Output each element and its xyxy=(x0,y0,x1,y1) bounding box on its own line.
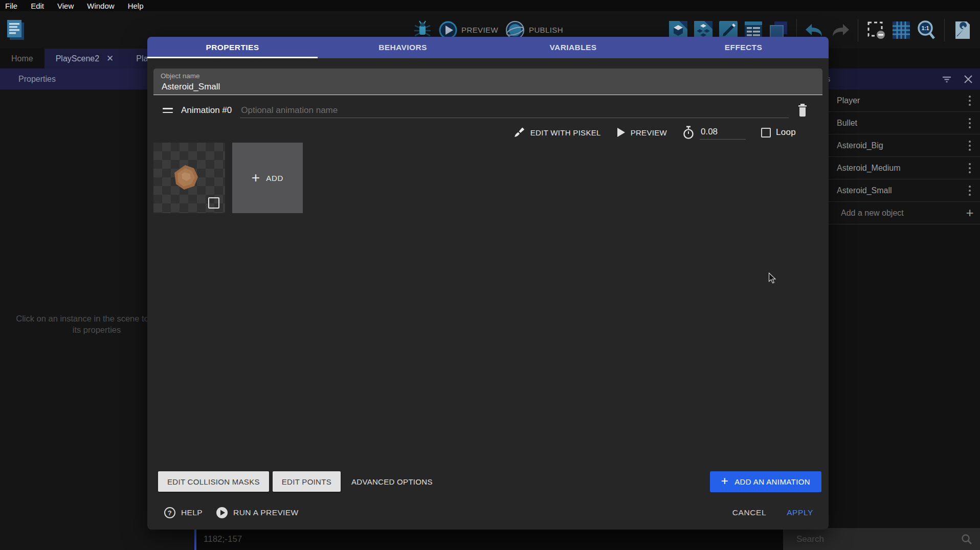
add-an-animation-button[interactable]: + ADD AN ANIMATION xyxy=(710,471,821,492)
menu-view[interactable]: View xyxy=(57,2,74,10)
menu-help[interactable]: Help xyxy=(128,2,144,10)
svg-text:?: ? xyxy=(168,509,172,517)
project-settings-icon[interactable] xyxy=(952,20,973,40)
preview-animation-label: PREVIEW xyxy=(631,128,667,137)
tab-effects[interactable]: EFFECTS xyxy=(658,37,829,58)
svg-text:1:1: 1:1 xyxy=(922,26,929,31)
animation-frames-row: + ADD xyxy=(153,143,303,213)
play-icon xyxy=(616,127,626,138)
edit-points-button[interactable]: EDIT POINTS xyxy=(273,471,341,492)
run-preview-label: RUN A PREVIEW xyxy=(233,508,299,517)
frame-thumbnail[interactable] xyxy=(153,143,225,213)
plus-icon: + xyxy=(721,475,728,487)
search-icon xyxy=(961,533,973,545)
help-icon: ? xyxy=(164,507,176,519)
menu-window[interactable]: Window xyxy=(87,2,114,10)
tab-behaviors[interactable]: BEHAVIORS xyxy=(318,37,488,58)
selection-mask-icon[interactable] xyxy=(866,20,886,40)
project-manager-button[interactable] xyxy=(5,11,27,49)
time-between-frames-input[interactable] xyxy=(700,126,746,140)
object-name-field: Object name xyxy=(153,68,822,95)
tab-playscene2[interactable]: PlayScene2 ✕ xyxy=(44,49,125,68)
tab-properties[interactable]: PROPERTIES xyxy=(147,37,318,58)
menu-file[interactable]: File xyxy=(5,2,17,10)
object-name-input[interactable] xyxy=(161,81,817,93)
object-menu-kebab-icon[interactable] xyxy=(964,95,976,107)
drag-handle-icon[interactable] xyxy=(163,108,173,113)
edit-collision-masks-button[interactable]: EDIT COLLISION MASKS xyxy=(158,471,269,492)
object-menu-kebab-icon[interactable] xyxy=(964,162,976,174)
object-menu-kebab-icon[interactable] xyxy=(964,140,976,152)
cancel-button[interactable]: CANCEL xyxy=(732,508,766,517)
cursor-coordinates: 1182;-157 xyxy=(204,534,242,544)
project-manager-icon xyxy=(5,18,27,42)
tab-variables[interactable]: VARIABLES xyxy=(488,37,658,58)
loop-checkbox[interactable] xyxy=(761,128,771,138)
dialog-footer: ? HELP RUN A PREVIEW CANCEL APPLY xyxy=(147,502,829,523)
dialog-tab-bar: PROPERTIES BEHAVIORS VARIABLES EFFECTS xyxy=(147,37,829,58)
add-frame-button[interactable]: + ADD xyxy=(232,143,303,213)
edit-with-piskel-button[interactable]: EDIT WITH PISKEL xyxy=(513,126,601,139)
object-name-label: Asteroid_Small xyxy=(837,186,964,195)
animation-title: Animation #0 xyxy=(181,105,232,116)
properties-panel-title: Properties xyxy=(18,75,56,84)
tab-close-icon[interactable]: ✕ xyxy=(106,54,114,63)
animation-tools-row: EDIT WITH PISKEL PREVIEW Loop xyxy=(147,123,829,142)
asteroid-sprite xyxy=(173,164,199,191)
run-preview-icon xyxy=(216,507,228,519)
edit-with-piskel-label: EDIT WITH PISKEL xyxy=(530,128,601,137)
filter-icon[interactable] xyxy=(940,73,953,86)
object-editor-dialog: PROPERTIES BEHAVIORS VARIABLES EFFECTS O… xyxy=(147,37,829,530)
add-frame-label: ADD xyxy=(266,174,283,182)
toolbar-separator xyxy=(944,19,945,41)
frame-select-checkbox[interactable] xyxy=(208,197,219,209)
menu-edit[interactable]: Edit xyxy=(31,2,44,10)
animation-header-row: Animation #0 xyxy=(147,100,829,121)
object-name-label: Object name xyxy=(161,72,815,80)
zoom-1-1-icon[interactable]: 1:1 xyxy=(916,20,937,40)
grid-icon[interactable] xyxy=(891,20,911,40)
help-button[interactable]: ? HELP xyxy=(164,507,203,519)
help-label: HELP xyxy=(181,508,203,517)
object-name-label: Bullet xyxy=(837,119,964,128)
gdevelop-app-window: File Edit View Window Help xyxy=(0,0,980,550)
apply-button[interactable]: APPLY xyxy=(787,508,813,517)
add-object-label: Add a new object xyxy=(837,209,964,218)
object-name-label: Asteroid_Big xyxy=(837,141,964,150)
loop-toggle[interactable]: Loop xyxy=(761,127,796,138)
tab-home-label: Home xyxy=(11,54,33,63)
publish-label: PUBLISH xyxy=(529,26,563,34)
objects-search-bar xyxy=(783,528,980,550)
delete-animation-trash-icon[interactable] xyxy=(797,104,808,117)
object-menu-kebab-icon[interactable] xyxy=(964,117,976,129)
stopwatch-icon xyxy=(682,126,695,140)
tab-home[interactable]: Home xyxy=(0,49,44,68)
add-object-plus-icon[interactable]: + xyxy=(964,207,976,219)
object-menu-kebab-icon[interactable] xyxy=(964,185,976,197)
tab-playscene2-label: PlayScene2 xyxy=(56,54,99,63)
object-name-label: Asteroid_Medium xyxy=(837,164,964,173)
time-between-frames-field xyxy=(682,126,746,140)
close-panel-icon[interactable] xyxy=(963,74,974,85)
preview-label: PREVIEW xyxy=(461,26,498,34)
loop-label: Loop xyxy=(776,127,796,138)
menu-bar: File Edit View Window Help xyxy=(0,0,980,11)
objects-search-input[interactable] xyxy=(795,534,961,545)
preview-animation-button[interactable]: PREVIEW xyxy=(616,127,667,138)
dialog-actions-row: EDIT COLLISION MASKS EDIT POINTS ADVANCE… xyxy=(147,471,829,492)
redo-icon[interactable] xyxy=(830,20,850,40)
scene-status-bar: 1182;-157 xyxy=(196,528,783,550)
brush-icon xyxy=(513,126,525,139)
animation-name-input[interactable] xyxy=(240,103,789,118)
run-a-preview-button[interactable]: RUN A PREVIEW xyxy=(216,507,299,519)
toolbar-separator xyxy=(858,19,858,41)
plus-icon: + xyxy=(252,171,260,185)
add-animation-label: ADD AN ANIMATION xyxy=(734,477,810,486)
object-name-label: Player xyxy=(837,96,964,105)
mouse-cursor xyxy=(768,272,778,284)
advanced-options-button[interactable]: ADVANCED OPTIONS xyxy=(344,471,440,492)
